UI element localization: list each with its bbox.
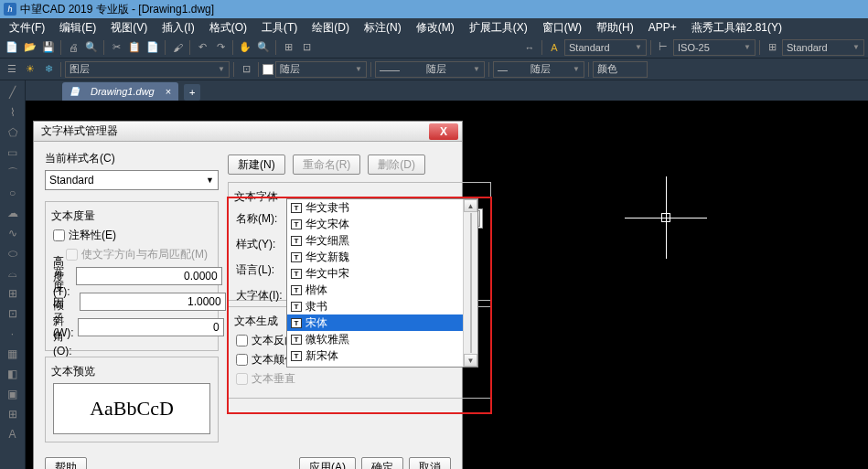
- scroll-up-icon[interactable]: ▲: [464, 199, 477, 212]
- undo-icon[interactable]: ↶: [194, 39, 210, 56]
- font-option[interactable]: T微软雅黑: [287, 331, 477, 347]
- menu-file[interactable]: 文件(F): [2, 18, 52, 37]
- line-icon[interactable]: ╱: [5, 84, 21, 101]
- font-option[interactable]: T华文中宋: [287, 265, 477, 282]
- font-option[interactable]: T华文细黑: [287, 232, 477, 249]
- close-tab-icon[interactable]: ×: [166, 86, 171, 97]
- font-option[interactable]: T华文新魏: [287, 249, 477, 265]
- menu-draw[interactable]: 绘图(D): [305, 18, 357, 37]
- font-option[interactable]: T宋体: [287, 314, 477, 331]
- plot-preview-icon[interactable]: 🔍: [83, 39, 100, 56]
- ellipse-arc-icon[interactable]: ⌓: [5, 265, 21, 282]
- mtext-icon[interactable]: A: [5, 426, 21, 442]
- point-icon[interactable]: ·: [5, 325, 21, 342]
- polyline-icon[interactable]: ⌇: [5, 104, 21, 121]
- font-option[interactable]: T楷体: [287, 282, 477, 298]
- lineweight-combo[interactable]: — 随层▼: [493, 61, 584, 78]
- backwards-checkbox[interactable]: [236, 335, 248, 346]
- font-option[interactable]: T幼圆: [287, 364, 477, 368]
- dialog-close-button[interactable]: X: [429, 123, 458, 140]
- menu-yanxiu[interactable]: 燕秀工具箱2.81(Y): [684, 18, 789, 37]
- menu-help[interactable]: 帮助(H): [589, 18, 641, 37]
- table-style-icon[interactable]: ⊞: [764, 39, 780, 56]
- new-style-button[interactable]: 新建(N): [228, 155, 285, 175]
- menu-dimension[interactable]: 标注(N): [357, 18, 409, 37]
- print-icon[interactable]: 🖨: [65, 39, 81, 56]
- menu-view[interactable]: 视图(V): [103, 18, 155, 37]
- paste-icon[interactable]: 📄: [145, 39, 161, 56]
- revcloud-icon[interactable]: ☁: [5, 205, 21, 221]
- apply-button[interactable]: 应用(A): [299, 457, 356, 469]
- font-dropdown-list[interactable]: T华文隶书T华文宋体T华文细黑T华文新魏T华文中宋T楷体T隶书T宋体T微软雅黑T…: [286, 198, 478, 368]
- width-input[interactable]: [80, 293, 226, 311]
- color-swatch-icon[interactable]: [263, 64, 273, 75]
- document-tab[interactable]: 📄 Drawing1.dwg ×: [62, 82, 178, 101]
- new-tab-button[interactable]: +: [184, 84, 200, 101]
- upsidedown-checkbox[interactable]: [236, 354, 248, 366]
- cancel-button[interactable]: 取消: [409, 457, 451, 469]
- copy-icon[interactable]: 📋: [126, 39, 143, 56]
- dim-style-combo[interactable]: ISO-25▼: [673, 39, 755, 56]
- current-style-combo[interactable]: Standard▼: [45, 170, 219, 190]
- truetype-icon: T: [291, 236, 302, 246]
- menu-format[interactable]: 格式(O): [202, 18, 254, 37]
- scroll-down-icon[interactable]: ▼: [464, 354, 477, 367]
- misc2-icon[interactable]: ⊡: [298, 39, 315, 56]
- menu-app[interactable]: APP+: [641, 19, 684, 36]
- spline-icon[interactable]: ∿: [5, 225, 21, 241]
- annotative-checkbox[interactable]: [53, 229, 65, 241]
- region-icon[interactable]: ▣: [5, 386, 21, 402]
- open-icon[interactable]: 📂: [22, 39, 38, 56]
- dropdown-scrollbar[interactable]: ▲ ▼: [463, 199, 477, 367]
- linetype-combo[interactable]: —— 随层▼: [375, 61, 485, 78]
- ok-button[interactable]: 确定: [361, 457, 403, 469]
- color-combo[interactable]: 随层▼: [275, 61, 367, 78]
- layer-freeze-icon[interactable]: ❄: [40, 61, 57, 78]
- table-style-combo[interactable]: Standard▼: [782, 39, 864, 56]
- menu-express[interactable]: 扩展工具(X): [462, 18, 535, 37]
- text-style-icon[interactable]: A: [546, 39, 563, 56]
- save-icon[interactable]: 💾: [40, 39, 57, 56]
- layer-manager-icon[interactable]: ☰: [4, 61, 20, 78]
- toolbar-area: 📄 📂 💾 🖨 🔍 ✂ 📋 📄 🖌 ↶ ↷ ✋ 🔍 ⊞ ⊡ ↔ A Standa…: [0, 37, 868, 80]
- menu-window[interactable]: 窗口(W): [535, 18, 589, 37]
- window-title: 中望CAD 2019 专业版 - [Drawing1.dwg]: [20, 2, 214, 17]
- zoom-icon[interactable]: 🔍: [255, 39, 272, 56]
- font-option[interactable]: T华文宋体: [287, 216, 477, 232]
- layer-combo[interactable]: 图层▼: [65, 61, 230, 78]
- layer-state-icon[interactable]: ☀: [22, 61, 38, 78]
- help-button[interactable]: 帮助: [45, 457, 87, 469]
- make-block-icon[interactable]: ⊡: [5, 305, 21, 322]
- dim-icon[interactable]: ↔: [521, 39, 538, 56]
- pan-icon[interactable]: ✋: [237, 39, 253, 56]
- height-input[interactable]: [76, 267, 222, 285]
- dialog-titlebar[interactable]: 文字样式管理器 X: [34, 122, 462, 142]
- table-icon[interactable]: ⊞: [5, 406, 21, 422]
- cut-icon[interactable]: ✂: [108, 39, 124, 56]
- misc-icon[interactable]: ⊞: [280, 39, 296, 56]
- font-option[interactable]: T华文隶书: [287, 199, 477, 216]
- plot-color-combo[interactable]: 颜色: [593, 61, 648, 78]
- font-option[interactable]: T隶书: [287, 298, 477, 314]
- menu-insert[interactable]: 插入(I): [155, 18, 201, 37]
- circle-icon[interactable]: ○: [5, 185, 21, 201]
- arc-icon[interactable]: ⌒: [5, 165, 21, 181]
- ellipse-icon[interactable]: ⬭: [5, 245, 21, 261]
- new-icon[interactable]: 📄: [4, 39, 20, 56]
- gradient-icon[interactable]: ◧: [5, 366, 21, 382]
- text-style-combo[interactable]: Standard▼: [564, 39, 647, 56]
- layer-prev-icon[interactable]: ⊡: [238, 61, 254, 78]
- menu-tools[interactable]: 工具(T): [254, 18, 305, 37]
- polygon-icon[interactable]: ⬠: [5, 124, 21, 141]
- oblique-input[interactable]: [78, 318, 224, 336]
- scroll-thumb[interactable]: [470, 213, 472, 353]
- match-prop-icon[interactable]: 🖌: [169, 39, 186, 56]
- font-option[interactable]: T新宋体: [287, 347, 477, 364]
- rectangle-icon[interactable]: ▭: [5, 144, 21, 161]
- menu-edit[interactable]: 编辑(E): [52, 18, 103, 37]
- redo-icon[interactable]: ↷: [212, 39, 229, 56]
- insert-block-icon[interactable]: ⊞: [5, 285, 21, 302]
- dim-style-icon[interactable]: ⊢: [655, 39, 671, 56]
- menu-modify[interactable]: 修改(M): [409, 18, 462, 37]
- hatch-icon[interactable]: ▦: [5, 346, 21, 362]
